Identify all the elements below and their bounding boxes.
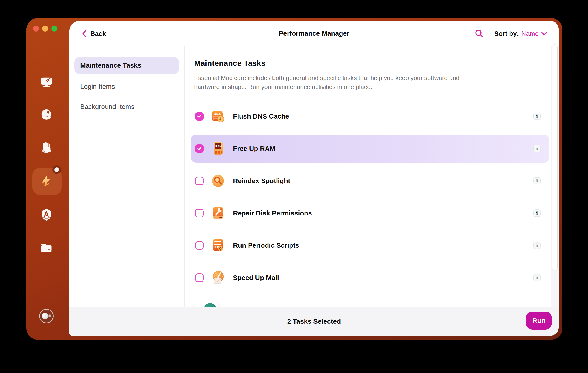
app-window: Performance Manager Back Sort by: Name M… xyxy=(26,18,562,340)
checkbox-unchecked[interactable] xyxy=(195,177,204,185)
task-label: Speed Up Mail xyxy=(233,264,279,292)
content-description: Essential Mac care includes both general… xyxy=(194,74,465,91)
footer-bar: 2 Tasks Selected Run xyxy=(69,307,559,336)
task-row[interactable]: DNS Flush DNS Cache i xyxy=(191,102,549,130)
sidebar-item-applications[interactable] xyxy=(36,204,57,225)
content-title: Maintenance Tasks xyxy=(194,59,265,68)
info-button[interactable]: i xyxy=(533,113,541,120)
nav-item-login-items[interactable]: Login Items xyxy=(74,78,179,95)
traffic-lights xyxy=(33,26,57,32)
smart-scan-orb-icon xyxy=(40,108,53,122)
task-row[interactable]: Reindex Spotlight i xyxy=(191,167,549,195)
sidebar-item-files[interactable] xyxy=(36,237,57,258)
sort-by-label: Sort by: xyxy=(494,30,519,37)
checkmark-icon xyxy=(197,146,202,151)
info-button[interactable]: i xyxy=(533,242,541,249)
close-window-button[interactable] xyxy=(33,26,39,32)
assistant-avatar-icon xyxy=(39,309,53,323)
nav-item-label: Login Items xyxy=(80,83,115,90)
nav-item-background-items[interactable]: Background Items xyxy=(74,98,179,116)
sort-by-value[interactable]: Name xyxy=(521,30,539,37)
info-button[interactable]: i xyxy=(533,274,541,281)
dns-clock-icon: DNS xyxy=(211,109,225,124)
checkbox-unchecked[interactable] xyxy=(195,274,204,282)
task-label: Reindex Spotlight xyxy=(233,167,290,195)
monitor-cleanup-icon xyxy=(40,75,53,89)
back-button[interactable]: Back xyxy=(82,27,106,40)
search-button[interactable] xyxy=(474,28,485,39)
checkbox-unchecked[interactable] xyxy=(195,209,204,217)
task-row[interactable]: Run Periodic Scripts i xyxy=(191,232,549,259)
assistant-avatar-button[interactable] xyxy=(36,305,57,327)
section-nav: Maintenance Tasks Login Items Background… xyxy=(69,46,185,307)
scrollbar-thumb[interactable] xyxy=(552,44,557,271)
info-button[interactable]: i xyxy=(533,209,541,217)
sort-by-control[interactable]: Sort by: Name xyxy=(494,28,547,40)
sidebar-item-cleanup[interactable] xyxy=(36,71,57,93)
application-shield-icon xyxy=(40,208,53,222)
checkbox-checked[interactable] xyxy=(195,112,204,121)
tasks-selected-status: 2 Tasks Selected xyxy=(69,307,559,336)
sidebar-item-performance[interactable] xyxy=(36,170,57,192)
sidebar-item-smart-scan[interactable] xyxy=(36,104,57,126)
info-button[interactable]: i xyxy=(533,145,541,152)
main-panel: Performance Manager Back Sort by: Name M… xyxy=(69,21,559,336)
nav-item-maintenance-tasks[interactable]: Maintenance Tasks xyxy=(74,57,179,74)
performance-bolt-icon xyxy=(40,174,53,188)
privacy-hand-icon xyxy=(40,141,53,155)
mail-speedometer-icon xyxy=(211,271,225,285)
back-label: Back xyxy=(90,30,106,37)
task-label: Flush DNS Cache xyxy=(233,102,289,130)
task-label: Repair Disk Permissions xyxy=(233,199,312,227)
info-button[interactable]: i xyxy=(533,177,541,184)
files-folder-icon xyxy=(40,241,53,255)
checkmark-icon xyxy=(197,114,202,119)
search-icon xyxy=(474,28,485,39)
checkbox-unchecked[interactable] xyxy=(195,241,204,250)
page-title: Performance Manager xyxy=(69,21,559,46)
run-button[interactable]: Run xyxy=(526,312,552,330)
svg-text:DNS: DNS xyxy=(214,112,221,116)
checkbox-checked[interactable] xyxy=(195,144,204,153)
disk-wrench-icon xyxy=(211,206,225,220)
nav-item-label: Maintenance Tasks xyxy=(80,62,141,69)
zoom-window-button[interactable] xyxy=(51,26,57,32)
scripts-gear-icon xyxy=(211,238,225,253)
task-row[interactable]: Repair Disk Permissions i xyxy=(191,199,549,227)
chevron-left-icon xyxy=(82,30,87,38)
nav-item-label: Background Items xyxy=(80,103,135,110)
task-label: Free Up RAM xyxy=(233,135,275,162)
minimize-window-button[interactable] xyxy=(42,26,48,32)
notification-dot xyxy=(52,165,61,174)
chevron-down-icon xyxy=(541,32,547,35)
spotlight-magnifier-icon xyxy=(211,174,225,188)
task-row[interactable]: Speed Up Mail i xyxy=(191,264,549,292)
task-row-selected[interactable]: RAM Free Up RAM i xyxy=(191,135,549,162)
ram-chip-icon: RAM xyxy=(211,141,225,156)
svg-text:RAM: RAM xyxy=(215,145,222,148)
sidebar-item-privacy[interactable] xyxy=(36,137,57,159)
task-label: Run Periodic Scripts xyxy=(233,232,299,259)
